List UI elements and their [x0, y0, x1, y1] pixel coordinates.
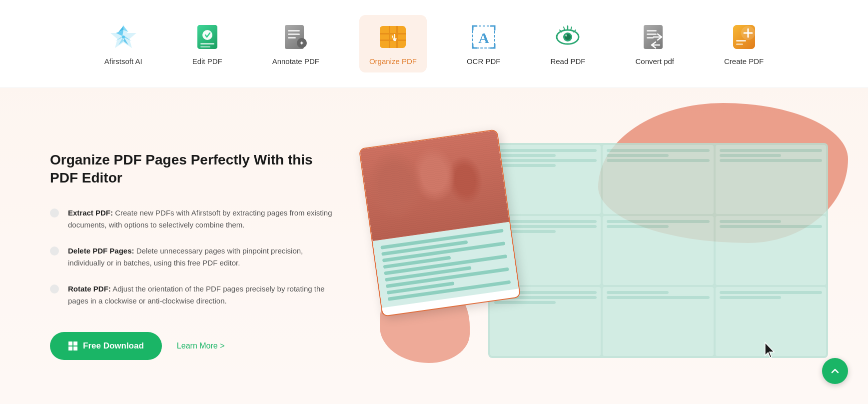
grid-line	[607, 149, 709, 152]
nav-item-ocr-pdf[interactable]: A OCR PDF	[457, 15, 511, 72]
edit-pdf-icon	[192, 22, 222, 52]
chevron-up-icon	[830, 366, 841, 376]
grid-line	[720, 159, 822, 162]
svg-rect-14	[301, 42, 302, 44]
svg-rect-10	[288, 34, 300, 35]
feature-bold-rotate: Rotate PDF:	[68, 284, 111, 293]
scroll-top-button[interactable]	[822, 358, 848, 384]
nav-item-organize-pdf[interactable]: Organize PDF	[359, 15, 427, 72]
svg-rect-47	[73, 346, 77, 350]
grid-line	[720, 225, 822, 228]
create-pdf-icon	[729, 22, 759, 52]
feature-bold-extract: Extract PDF:	[68, 208, 113, 217]
nav-label-annotate-pdf: Annotate PDF	[272, 57, 319, 66]
svg-point-4	[202, 30, 212, 40]
svg-point-1	[122, 36, 125, 38]
grid-line	[494, 164, 556, 167]
grid-line	[607, 291, 668, 294]
grid-background	[488, 143, 828, 358]
grid-line	[607, 296, 709, 299]
svg-rect-19	[396, 26, 398, 48]
svg-rect-34	[647, 37, 654, 38]
grid-line	[720, 220, 781, 223]
feature-text-rotate: Rotate PDF: Adjust the orientation of th…	[68, 283, 340, 307]
grid-line	[720, 149, 822, 152]
nav-label-afirstsoft-ai: Afirstsoft AI	[104, 57, 142, 66]
action-row: Free Download Learn More >	[50, 332, 340, 360]
svg-rect-42	[736, 40, 746, 42]
pdf-card-image	[360, 130, 509, 240]
grid-cell	[603, 145, 713, 214]
grid-line	[720, 154, 781, 157]
windows-icon	[68, 341, 78, 351]
download-label: Free Download	[83, 341, 144, 351]
free-download-button[interactable]: Free Download	[50, 332, 162, 360]
svg-rect-18	[389, 26, 390, 48]
nav-item-annotate-pdf[interactable]: Annotate PDF	[262, 15, 329, 72]
feature-text-delete: Delete PDF Pages: Delete unnecessary pag…	[68, 245, 340, 269]
svg-line-28	[571, 27, 572, 30]
svg-rect-45	[73, 342, 77, 346]
feature-list: Extract PDF: Create new PDFs with Afirst…	[50, 207, 340, 307]
main-title: Organize PDF Pages Perfectly With this P…	[50, 151, 340, 188]
nav-label-ocr-pdf: OCR PDF	[467, 57, 501, 66]
grid-cell	[603, 216, 713, 285]
nav-item-create-pdf[interactable]: Create PDF	[714, 15, 774, 72]
nav-label-read-pdf: Read PDF	[550, 57, 585, 66]
main-content: Organize PDF Pages Perfectly With this P…	[0, 88, 868, 404]
ocr-pdf-icon: A	[469, 22, 499, 52]
learn-more-button[interactable]: Learn More >	[177, 342, 225, 350]
grid-line	[494, 301, 556, 304]
grid-line	[494, 159, 597, 162]
left-panel: Organize PDF Pages Perfectly With this P…	[50, 151, 340, 360]
grid-line	[720, 296, 781, 299]
svg-rect-6	[200, 46, 210, 48]
svg-rect-46	[68, 346, 72, 350]
people-illustration	[360, 130, 509, 240]
pdf-card-illustration	[359, 129, 521, 317]
grid-cell	[716, 216, 826, 285]
grid-line	[720, 291, 822, 294]
feature-text-extract: Extract PDF: Create new PDFs with Afirst…	[68, 207, 340, 231]
feature-bold-delete: Delete PDF Pages:	[68, 246, 134, 255]
nav-item-afirstsoft-ai[interactable]: Afirstsoft AI	[94, 15, 152, 72]
svg-rect-17	[380, 40, 406, 41]
feature-dot-delete	[50, 246, 59, 256]
nav-label-create-pdf: Create PDF	[724, 57, 764, 66]
grid-cell	[716, 145, 826, 214]
feature-delete: Delete PDF Pages: Delete unnecessary pag…	[50, 245, 340, 269]
organize-pdf-icon	[378, 22, 408, 52]
annotate-pdf-icon	[281, 22, 311, 52]
nav-item-convert-pdf[interactable]: Convert pdf	[625, 15, 684, 72]
nav-bar: Afirstsoft AI Edit PDF	[0, 0, 868, 88]
grid-line	[607, 159, 709, 162]
read-pdf-icon	[553, 22, 583, 52]
afirstsoft-ai-icon	[108, 22, 138, 52]
grid-line	[607, 225, 668, 228]
grid-line	[607, 220, 709, 223]
svg-rect-43	[736, 44, 743, 45]
svg-rect-32	[647, 30, 657, 32]
feature-dot-rotate	[50, 284, 59, 294]
right-panel	[340, 118, 818, 393]
grid-cell	[603, 287, 713, 356]
cursor-icon	[763, 342, 778, 363]
grid-line	[607, 154, 668, 157]
svg-line-27	[564, 27, 565, 30]
nav-label-edit-pdf: Edit PDF	[192, 57, 222, 66]
nav-label-organize-pdf: Organize PDF	[369, 57, 417, 66]
svg-rect-44	[68, 342, 72, 346]
svg-rect-9	[288, 30, 300, 32]
feature-extract: Extract PDF: Create new PDFs with Afirst…	[50, 207, 340, 231]
grid-line	[494, 154, 556, 157]
nav-item-edit-pdf[interactable]: Edit PDF	[182, 15, 232, 72]
feature-rotate: Rotate PDF: Adjust the orientation of th…	[50, 283, 340, 307]
nav-item-read-pdf[interactable]: Read PDF	[540, 15, 595, 72]
svg-rect-5	[200, 43, 214, 44]
svg-point-25	[565, 34, 567, 36]
convert-pdf-icon	[640, 22, 670, 52]
nav-label-convert-pdf: Convert pdf	[635, 57, 674, 66]
svg-text:A: A	[478, 30, 489, 46]
grid-line	[494, 149, 597, 152]
svg-rect-11	[288, 37, 296, 38]
